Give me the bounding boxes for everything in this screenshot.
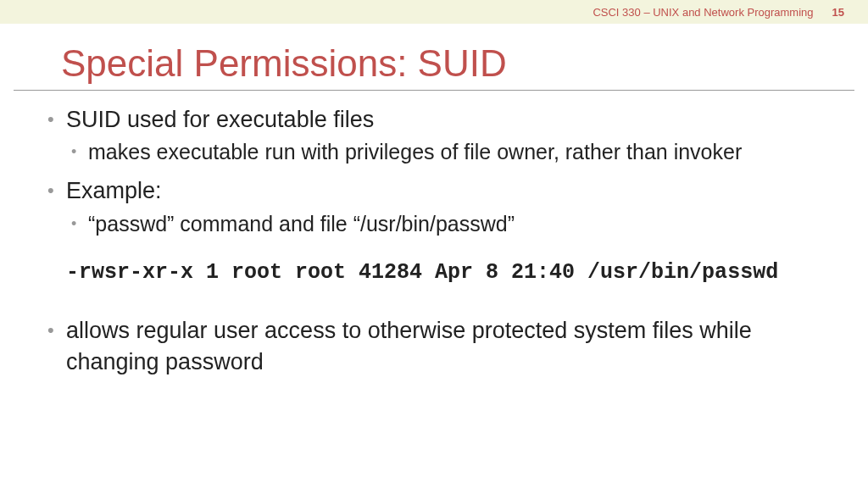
code-listing: -rwsr-xr-x 1 root root 41284 Apr 8 21:40… xyxy=(66,260,836,285)
slide-content: SUID used for executable files makes exe… xyxy=(0,104,868,377)
bullet-suid-detail: makes executable run with privileges of … xyxy=(66,138,836,167)
course-label: CSCI 330 – UNIX and Network Programming xyxy=(593,6,813,19)
bullet-example: Example: “passwd” command and file “/usr… xyxy=(47,175,836,238)
bullet-text: SUID used for executable files xyxy=(66,107,374,132)
bullet-allows-access: allows regular user access to otherwise … xyxy=(47,315,836,377)
bullet-suid-intro: SUID used for executable files makes exe… xyxy=(47,104,836,167)
page-number: 15 xyxy=(832,6,844,19)
slide-title: Special Permissions: SUID xyxy=(14,24,854,91)
bullet-text: Example: xyxy=(66,178,162,203)
bullet-example-passwd: “passwd” command and file “/usr/bin/pass… xyxy=(66,210,836,239)
slide-header: CSCI 330 – UNIX and Network Programming … xyxy=(0,0,868,24)
